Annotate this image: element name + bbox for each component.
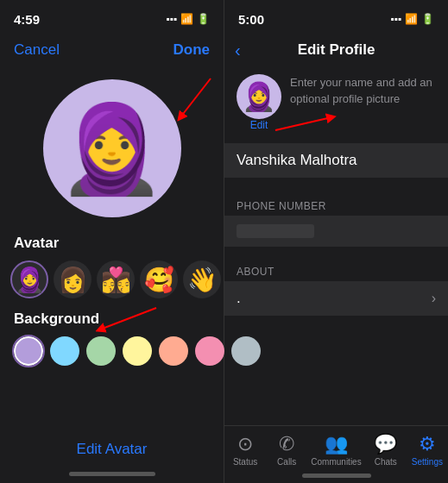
calls-nav-label: Calls bbox=[277, 457, 296, 467]
signal-icon: ▪▪▪ bbox=[166, 13, 177, 25]
profile-avatar-small[interactable]: 🧕 bbox=[237, 74, 281, 119]
profile-row: 🧕 Edit Enter your name and add an option… bbox=[224, 66, 448, 140]
svg-line-3 bbox=[100, 308, 156, 329]
nav-item-settings[interactable]: ⚙ Settings bbox=[407, 426, 448, 470]
nav-item-communities[interactable]: 👥 Communities bbox=[307, 426, 364, 470]
color-option-3[interactable] bbox=[123, 336, 152, 366]
phone-field-row[interactable] bbox=[224, 216, 448, 247]
top-bar-right: ‹ Edit Profile bbox=[224, 38, 448, 66]
avatar-option-1[interactable]: 👩 bbox=[54, 260, 91, 298]
profile-hint-container: Enter your name and add an optional prof… bbox=[290, 74, 436, 107]
color-option-1[interactable] bbox=[50, 336, 79, 366]
nav-item-chats[interactable]: 💬 Chats bbox=[365, 426, 407, 470]
name-field[interactable]: Vanshika Malhotra bbox=[224, 143, 448, 178]
home-indicator-left bbox=[69, 472, 155, 476]
svg-line-5 bbox=[275, 117, 331, 130]
top-bar-left: Cancel Done bbox=[0, 38, 224, 66]
settings-nav-icon: ⚙ bbox=[419, 433, 436, 455]
avatar-preview: 🧕 bbox=[0, 66, 224, 228]
color-option-5[interactable] bbox=[195, 336, 224, 366]
battery-icon: 🔋 bbox=[197, 13, 210, 25]
nav-item-status[interactable]: ⊙ Status bbox=[224, 426, 266, 470]
home-indicator-right bbox=[302, 474, 371, 478]
status-bar-right: 5:00 ▪▪▪ 📶 🔋 bbox=[224, 0, 448, 38]
status-bar-left: 4:59 ▪▪▪ 📶 🔋 bbox=[0, 0, 224, 38]
communities-nav-label: Communities bbox=[311, 457, 361, 467]
phone-label: PHONE NUMBER bbox=[224, 195, 448, 216]
avatar-section-label: Avatar bbox=[0, 228, 224, 257]
avatar-option-0[interactable]: 🧕 bbox=[10, 260, 48, 298]
avatar-option-emoji-0: 🧕 bbox=[15, 266, 45, 294]
done-button[interactable]: Done bbox=[174, 41, 211, 59]
color-option-2[interactable] bbox=[86, 336, 116, 366]
avatar-option-4[interactable]: 👋 bbox=[183, 260, 221, 298]
cancel-button[interactable]: Cancel bbox=[14, 41, 60, 59]
about-field-row[interactable]: . › bbox=[224, 281, 448, 316]
time-right: 5:00 bbox=[238, 12, 264, 27]
color-option-0[interactable] bbox=[14, 336, 43, 366]
about-label: ABOUT bbox=[224, 260, 448, 281]
chevron-icon: › bbox=[432, 291, 436, 306]
wifi-icon-right: 📶 bbox=[405, 13, 418, 25]
status-icons-right: ▪▪▪ 📶 🔋 bbox=[390, 13, 434, 25]
avatar-option-3[interactable]: 🥰 bbox=[140, 260, 178, 298]
background-label: Background bbox=[14, 310, 99, 328]
background-section: Background bbox=[0, 302, 224, 374]
edit-avatar-button[interactable]: Edit Avatar bbox=[0, 430, 224, 472]
name-text: Vanshika Malhotra bbox=[237, 152, 357, 168]
back-button[interactable]: ‹ bbox=[235, 41, 241, 60]
svg-line-1 bbox=[180, 78, 211, 117]
color-option-4[interactable] bbox=[159, 336, 188, 366]
profile-avatar-emoji: 🧕 bbox=[242, 80, 276, 113]
time-left: 4:59 bbox=[14, 12, 40, 27]
chats-nav-icon: 💬 bbox=[374, 433, 397, 455]
about-section: ABOUT . › bbox=[224, 260, 448, 316]
bottom-nav: ⊙ Status ✆ Calls 👥 Communities 💬 Chats ⚙… bbox=[224, 425, 448, 470]
communities-nav-icon: 👥 bbox=[325, 433, 348, 455]
battery-icon-right: 🔋 bbox=[421, 13, 434, 25]
about-value: . bbox=[237, 290, 241, 307]
calls-nav-icon: ✆ bbox=[279, 433, 294, 455]
status-icons-left: ▪▪▪ 📶 🔋 bbox=[166, 13, 210, 25]
arrow-to-hint bbox=[271, 109, 340, 135]
left-panel: 4:59 ▪▪▪ 📶 🔋 Cancel Done 🧕 Avatar 🧕 bbox=[0, 0, 224, 483]
avatar-option-emoji-3: 🥰 bbox=[144, 266, 174, 294]
nav-item-calls[interactable]: ✆ Calls bbox=[266, 426, 307, 470]
edit-avatar-link[interactable]: Edit bbox=[237, 119, 281, 131]
color-options bbox=[14, 336, 210, 369]
arrow-to-background bbox=[91, 304, 161, 338]
avatar-option-2[interactable]: 👩‍❤️‍💋‍👩 bbox=[97, 260, 135, 298]
phone-value bbox=[237, 224, 314, 238]
signal-icon-right: ▪▪▪ bbox=[390, 13, 401, 25]
avatar-emoji-large: 🧕 bbox=[58, 105, 166, 191]
right-panel: 5:00 ▪▪▪ 📶 🔋 ‹ Edit Profile 🧕 Edit bbox=[224, 0, 448, 483]
avatar-options: 🧕 👩 👩‍❤️‍💋‍👩 🥰 👋 bbox=[0, 257, 224, 302]
page-title: Edit Profile bbox=[298, 41, 375, 59]
avatar-option-emoji-1: 👩 bbox=[58, 266, 88, 294]
chats-nav-label: Chats bbox=[375, 457, 397, 467]
profile-hint-text: Enter your name and add an optional prof… bbox=[290, 72, 432, 105]
avatar-circle: 🧕 bbox=[43, 79, 181, 217]
status-nav-label: Status bbox=[233, 457, 257, 467]
wifi-icon: 📶 bbox=[180, 13, 193, 25]
avatar-option-emoji-2: 👩‍❤️‍💋‍👩 bbox=[101, 266, 131, 294]
color-option-6[interactable] bbox=[231, 336, 261, 366]
status-nav-icon: ⊙ bbox=[237, 433, 253, 455]
phone-section: PHONE NUMBER bbox=[224, 195, 448, 247]
settings-nav-label: Settings bbox=[412, 457, 443, 467]
avatar-option-emoji-4: 👋 bbox=[187, 266, 218, 294]
